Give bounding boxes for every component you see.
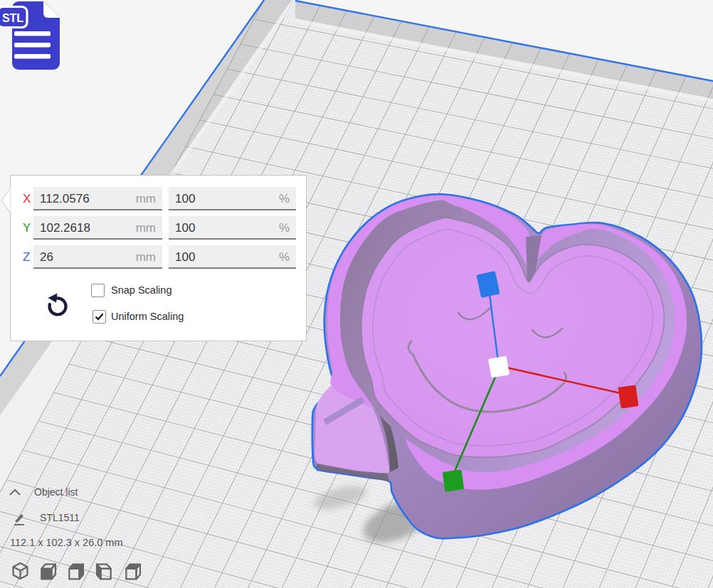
svg-text:STL: STL [2,12,23,24]
